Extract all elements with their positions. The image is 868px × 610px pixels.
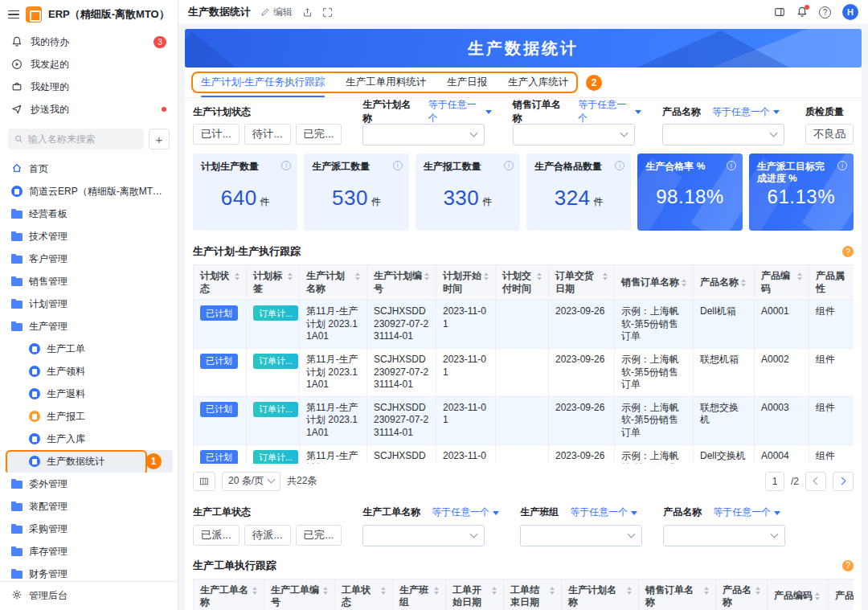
info-icon[interactable] xyxy=(393,161,403,170)
panel-toggle-button[interactable] xyxy=(774,6,785,18)
table-row[interactable]: 已计划 订单计... 第11月-生产计划 2023.11A01 SCJHXSDD… xyxy=(194,348,854,396)
sidebar-item-production-return[interactable]: 生产退料 xyxy=(5,383,173,405)
column-header[interactable]: 生产计划名称 xyxy=(562,579,639,610)
operator-dropdown[interactable]: 等于任意一个 xyxy=(432,506,499,519)
page-size-select[interactable]: 20 条/页 xyxy=(222,472,280,491)
info-icon[interactable] xyxy=(281,161,291,170)
column-header[interactable]: 计划交付时间 xyxy=(496,265,549,301)
search-box[interactable] xyxy=(8,129,144,149)
add-app-button[interactable]: + xyxy=(149,129,170,149)
column-header[interactable]: 计划状态 xyxy=(194,265,247,301)
column-header[interactable]: 计划标签 xyxy=(247,265,300,301)
status-filter-button[interactable]: 待派... xyxy=(244,525,291,546)
tab-plan-task-tracking[interactable]: 生产计划-生产任务执行跟踪 xyxy=(201,68,325,97)
column-header[interactable]: 工单开始日期 xyxy=(446,579,504,610)
sidebar-item-home[interactable]: 首页 xyxy=(5,158,173,180)
operator-dropdown[interactable]: 等于任意一个 xyxy=(712,105,780,119)
column-header[interactable]: 销售订单名称 xyxy=(615,265,694,301)
status-filter-button[interactable]: 已完... xyxy=(296,525,342,546)
sidebar-item-production-picking[interactable]: 生产领料 xyxy=(5,360,173,383)
status-filter-button[interactable]: 已完... xyxy=(296,124,342,145)
sidebar-item-production-workorder[interactable]: 生产工单 xyxy=(5,338,173,360)
sidebar-item-production-statistics[interactable]: 生产数据统计 1 xyxy=(5,450,173,473)
next-page-button[interactable] xyxy=(833,472,854,491)
column-header[interactable]: 工单结束日期 xyxy=(504,579,562,610)
status-filter-button[interactable]: 已派... xyxy=(193,525,240,546)
workorder-name-select[interactable] xyxy=(362,525,485,547)
column-header[interactable]: 生产工单名称 xyxy=(194,579,264,610)
plan-name-select[interactable] xyxy=(362,124,485,145)
column-header[interactable]: 产品编码 xyxy=(768,579,829,610)
sidebar-item-cc-to-me[interactable]: 抄送我的 xyxy=(5,98,173,121)
current-page-input[interactable]: 1 xyxy=(765,472,784,491)
sidebar-item-my-handled[interactable]: 我处理的 xyxy=(5,76,173,98)
sidebar-item-production-mgmt[interactable]: 生产管理 xyxy=(5,315,173,338)
operator-dropdown[interactable]: 等于任意一个 xyxy=(578,98,641,125)
user-avatar[interactable]: H xyxy=(842,4,858,20)
sidebar-item-customer-mgmt[interactable]: 客户管理 xyxy=(5,248,173,270)
operator-dropdown[interactable]: 等于任意一个 xyxy=(428,98,492,125)
notifications-button[interactable] xyxy=(796,6,808,18)
column-header[interactable]: 计划开始时间 xyxy=(436,265,496,301)
sidebar-item-assembly-mgmt[interactable]: 装配管理 xyxy=(5,495,173,518)
operator-dropdown[interactable]: 等于任意一个 xyxy=(570,506,637,519)
sidebar-item-production-report[interactable]: 生产报工 xyxy=(5,405,173,428)
column-header[interactable]: 产品属性 xyxy=(809,265,854,301)
column-header[interactable]: 生产工单编号 xyxy=(264,579,335,610)
info-icon[interactable] xyxy=(615,161,624,170)
column-header[interactable]: 生产班组 xyxy=(393,579,446,610)
sidebar-item-purchase-mgmt[interactable]: 采购管理 xyxy=(5,518,173,540)
column-header[interactable]: 产品编码 xyxy=(755,265,809,301)
sidebar-item-my-initiated[interactable]: 我发起的 xyxy=(5,53,173,76)
sidebar-item-my-todo[interactable]: 我的待办 3 xyxy=(5,31,173,53)
menu-toggle-icon[interactable] xyxy=(8,10,19,19)
info-icon[interactable] xyxy=(837,161,847,170)
share-button[interactable] xyxy=(302,7,313,18)
info-icon[interactable] xyxy=(504,161,514,170)
column-header[interactable]: 订单交货日期 xyxy=(549,265,615,301)
tab-production-daily[interactable]: 生产日报 xyxy=(447,68,487,97)
sidebar-item-label: 采购管理 xyxy=(29,522,68,536)
sort-icon xyxy=(492,587,497,595)
column-header[interactable]: 产品名称 xyxy=(694,265,755,301)
table-row[interactable]: 已计划 订单计... 第11月-生产计划 2023.11A01 SCJHXSDD… xyxy=(194,444,854,464)
column-header[interactable]: 生产计划名称 xyxy=(300,265,367,301)
help-button[interactable] xyxy=(819,6,831,18)
status-filter-button[interactable]: 待计... xyxy=(244,124,291,145)
help-icon[interactable] xyxy=(842,246,854,257)
product-name-select[interactable] xyxy=(662,124,784,145)
sidebar-item-outsourcing-mgmt[interactable]: 委外管理 xyxy=(5,473,173,495)
sidebar-item-tech-mgmt[interactable]: 技术管理 xyxy=(5,225,173,248)
sidebar-item-finance-mgmt[interactable]: 财务管理 xyxy=(5,563,173,581)
sidebar-item-sales-mgmt[interactable]: 销售管理 xyxy=(5,270,173,293)
status-filter-button[interactable]: 已计... xyxy=(193,124,240,145)
fullscreen-button[interactable] xyxy=(322,7,333,18)
sales-order-select[interactable] xyxy=(513,124,635,145)
admin-console-link[interactable]: 管理后台 xyxy=(0,581,178,610)
column-header[interactable]: 产品属性 xyxy=(829,579,854,610)
prev-page-button[interactable] xyxy=(805,472,826,491)
quality-filter-button[interactable]: 不良品 xyxy=(805,124,854,145)
column-header[interactable]: 销售订单名称 xyxy=(639,579,716,610)
operator-dropdown[interactable]: 等于任意一个 xyxy=(713,506,780,519)
product-name-select-2[interactable] xyxy=(663,525,785,547)
help-icon[interactable] xyxy=(842,560,854,571)
table-row[interactable]: 已计划 订单计... 第11月-生产计划 2023.11A01 SCJHXSDD… xyxy=(194,396,854,444)
sidebar-item-production-inbound[interactable]: 生产入库 xyxy=(5,428,173,450)
tab-inbound-stats[interactable]: 生产入库统计 xyxy=(508,68,568,97)
table-row[interactable]: 已计划 订单计... 第11月-生产计划 2023.11A01 SCJHXSDD… xyxy=(194,301,854,349)
sidebar-item-plan-mgmt[interactable]: 计划管理 xyxy=(5,293,173,315)
tab-workorder-material-stats[interactable]: 生产工单用料统计 xyxy=(346,68,426,97)
column-settings-button[interactable] xyxy=(193,472,215,491)
sidebar-item-business-board[interactable]: 经营看板 xyxy=(5,203,173,225)
doc-circle-icon xyxy=(29,388,40,399)
column-header[interactable]: 工单状态 xyxy=(335,579,393,610)
edit-button[interactable]: 编辑 xyxy=(260,6,293,19)
sidebar-item-inventory-mgmt[interactable]: 库存管理 xyxy=(5,540,173,563)
info-icon[interactable] xyxy=(727,161,736,170)
production-team-select[interactable] xyxy=(520,525,642,547)
search-input[interactable] xyxy=(28,133,137,145)
column-header[interactable]: 产品名称 xyxy=(716,579,768,610)
sidebar-item-erp-app[interactable]: 简道云ERP（精细版-离散MTO）「... xyxy=(5,180,173,203)
column-header[interactable]: 生产计划编号 xyxy=(367,265,436,301)
